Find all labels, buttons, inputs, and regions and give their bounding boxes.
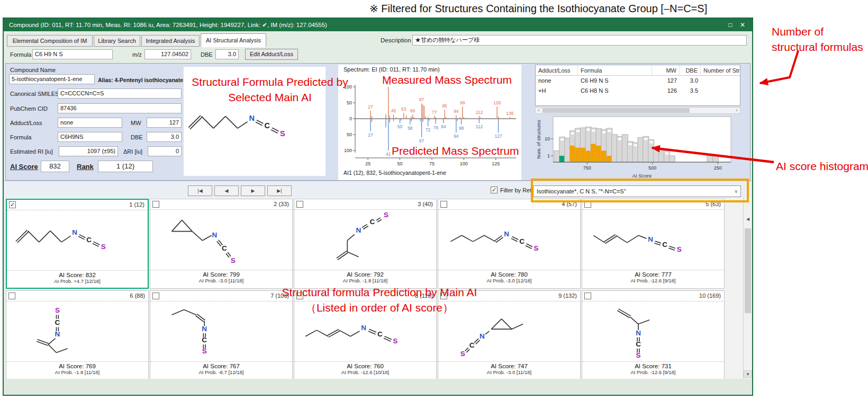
dbe-input[interactable]: 3.0: [215, 49, 239, 59]
scroll-right-icon[interactable]: ›: [734, 108, 740, 113]
scrollbar-thumb[interactable]: [542, 108, 690, 113]
description-input[interactable]: ★甘めの独特なハーブ様: [412, 35, 747, 46]
svg-text:S: S: [231, 256, 236, 264]
structure-card[interactable]: 4 (57)NCSAI Score: 780AI Prob. -3.0 [12/…: [438, 199, 581, 289]
svg-text:C: C: [469, 341, 475, 349]
compound-name-input[interactable]: 5-isothiocyanatopent-1-ene: [9, 74, 95, 84]
svg-text:126: 126: [493, 100, 501, 105]
svg-text:75: 75: [429, 161, 435, 166]
column-header[interactable]: Formula: [578, 65, 652, 75]
table-cell: 3.0: [680, 76, 701, 86]
structure-card[interactable]: 5 (63)NCSAI Score: 777AI Prob. -12.6 [9/…: [582, 199, 725, 289]
column-header[interactable]: Adduct/Loss: [536, 65, 578, 75]
table-cell: +H: [536, 86, 578, 96]
card-ai-prob: AI Prob. -1.8 [11/18]: [294, 278, 436, 283]
structure-card[interactable]: 2 (33)NCSAI Score: 799AI Prob. -3.0 [11/…: [150, 199, 293, 289]
nav-prev-button[interactable]: ◀: [214, 185, 239, 196]
card-ai-prob: AI Prob. +4.7 [12/18]: [7, 278, 148, 284]
edit-adduct-loss-button[interactable]: Edit Adduct/Loss: [245, 49, 298, 60]
nav-last-button[interactable]: ▶|: [267, 185, 292, 196]
maximize-icon[interactable]: □: [725, 19, 736, 31]
formula-input[interactable]: C6 H9 N S: [32, 49, 113, 59]
svg-text:N: N: [361, 324, 366, 332]
delta-ri-label: ΔRI [iu]: [123, 148, 142, 155]
filter-ri-checkbox[interactable]: ✓: [491, 187, 498, 193]
card-checkbox[interactable]: [584, 292, 591, 299]
structure-card[interactable]: ✓1 (12)NCSAI Score: 832AI Prob. +4.7 [12…: [6, 199, 149, 289]
svg-text:S: S: [384, 212, 388, 219]
svg-text:45: 45: [391, 108, 396, 113]
tab-library-search[interactable]: Library Search: [94, 35, 140, 47]
svg-text:C: C: [86, 235, 92, 243]
mw-label: MW: [131, 120, 141, 126]
svg-text:50: 50: [397, 161, 403, 166]
svg-text:C: C: [662, 240, 667, 248]
structure-drawing: NCS: [13, 212, 141, 269]
close-icon[interactable]: ✕: [737, 19, 748, 31]
nav-first-button[interactable]: |◀: [188, 185, 212, 196]
svg-text:S: S: [393, 337, 397, 345]
card-rank: 2 (33): [274, 201, 289, 207]
card-structure-area: NCS: [582, 301, 724, 362]
structure-card[interactable]: 10 (169)NCSAI Score: 731AI Prob. -12.6 […: [582, 290, 725, 379]
table-row[interactable]: +HC6 H8 N S1263.5: [536, 86, 740, 96]
structure-drawing: NCS: [301, 212, 429, 268]
svg-text:250: 250: [714, 165, 722, 171]
card-checkbox[interactable]: [296, 201, 303, 208]
tab-elemental-composition[interactable]: Elemental Composition of IM: [7, 35, 93, 47]
card-checkbox[interactable]: [152, 292, 159, 299]
mw-input[interactable]: 127: [147, 118, 182, 128]
annotation-predicted-spectrum: Predicted Mass Spectrum: [392, 143, 519, 158]
column-header[interactable]: Number of Struc: [701, 65, 740, 75]
title-bar[interactable]: Compound (ID: 011, RT: 11.70 min, Meas. …: [4, 19, 752, 31]
structure-card[interactable]: 3 (40)NCSAI Score: 792AI Prob. -1.8 [11/…: [294, 199, 437, 289]
card-ai-prob: AI Prob. -12.6 [10/18]: [294, 369, 436, 375]
card-ai-score: AI Score: 760: [294, 363, 436, 369]
tab-integrated-analysis[interactable]: Integrated Analysis: [141, 35, 200, 47]
scrollbar-thumb[interactable]: [745, 228, 751, 313]
svg-text:136: 136: [506, 111, 513, 116]
structure-card[interactable]: 6 (88)SCNAI Score: 769AI Prob. -1.8 [11/…: [6, 290, 149, 379]
column-header[interactable]: DBE: [680, 65, 701, 75]
delta-ri-input[interactable]: 0: [148, 146, 182, 156]
compound-dbe-input[interactable]: 3.0: [147, 132, 182, 142]
column-header[interactable]: MW: [652, 65, 680, 75]
card-checkbox[interactable]: [440, 201, 447, 208]
card-checkbox[interactable]: [152, 201, 159, 208]
structure-drawing: NCS: [445, 212, 573, 268]
main-structure-drawing: NCS: [186, 96, 323, 157]
svg-text:AI Score: AI Score: [632, 173, 652, 179]
table-h-scrollbar[interactable]: ‹ ›: [535, 107, 740, 114]
rank-link[interactable]: Rank: [77, 163, 94, 171]
tab-strip: Elemental Composition of IM Library Sear…: [4, 31, 752, 47]
estimated-ri-input[interactable]: 1097 (±95): [59, 146, 118, 156]
filter-note: ※ Filtered for Structures Containing the…: [369, 2, 707, 15]
tab-ai-structural-analysis[interactable]: AI Structural Analysis: [201, 33, 266, 47]
table-row[interactable]: noneC6 H9 N S1273.0: [536, 76, 740, 86]
card-ai-score: AI Score: 792: [294, 271, 436, 278]
card-structure-area: NCS: [582, 210, 724, 270]
svg-text:S: S: [55, 306, 60, 314]
collapse-left-icon[interactable]: ◀: [744, 217, 752, 221]
svg-text:112: 112: [476, 124, 483, 129]
svg-text:S: S: [534, 244, 539, 252]
svg-text:C: C: [222, 244, 227, 252]
table-cell: C6 H9 N S: [578, 76, 652, 86]
compound-formula-input[interactable]: C6H9NS: [58, 132, 122, 142]
scroll-down-icon[interactable]: ▼: [744, 370, 752, 378]
ai-score-link[interactable]: AI Score: [10, 163, 38, 171]
scroll-left-icon[interactable]: ‹: [536, 108, 542, 113]
card-checkbox[interactable]: ✓: [9, 201, 16, 208]
arrow-to-table: [760, 51, 798, 83]
nav-next-button[interactable]: ▶: [241, 185, 265, 196]
cards-v-scrollbar[interactable]: ◀ ▼: [743, 198, 752, 379]
adduct-loss-input[interactable]: none: [58, 118, 122, 128]
smiles-label: Canonical SMILES: [10, 91, 59, 97]
mz-input[interactable]: 127.04502: [144, 49, 191, 59]
svg-text:112: 112: [476, 110, 483, 115]
svg-text:1: 1: [547, 153, 550, 158]
adduct-table-body: noneC6 H9 N S1273.0+HC6 H8 N S1263.5: [536, 76, 740, 96]
card-checkbox[interactable]: [8, 292, 15, 299]
right-block: Adduct/LossFormulaMWDBENumber of Struc n…: [535, 65, 742, 180]
svg-text:50: 50: [397, 124, 403, 129]
